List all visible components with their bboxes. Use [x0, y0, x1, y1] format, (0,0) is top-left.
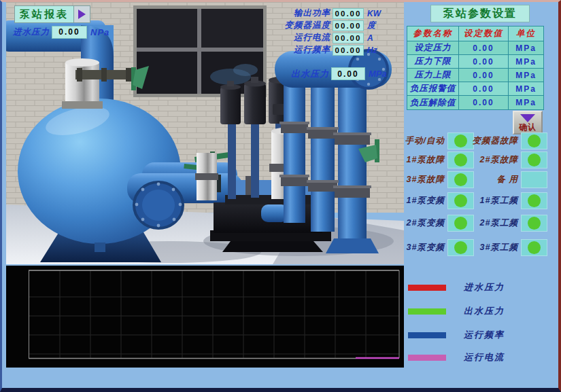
indicator-pump1-fault: 1#泵故障 — [403, 152, 474, 168]
indicator-pump2-vfd: 2#泵变频 — [403, 215, 474, 232]
legend-swatch — [408, 285, 446, 291]
led — [528, 194, 541, 207]
param-value[interactable]: 0.00 — [459, 41, 509, 55]
table-row: 压力下限 0.00 MPa — [407, 55, 543, 69]
indicator-manual-auto: 手动/自动 — [403, 132, 474, 149]
hmi-screen: 泵站报表 进水压力 0.00 NPa 输出功率 00.00 KW 变频器温度 0… — [0, 0, 561, 392]
inverter-temp-label: 变频器温度 — [249, 20, 330, 31]
legend-item-run-current: 运行电流 — [408, 353, 505, 361]
readout-run-frequency: 运行频率 00.00 Hz — [249, 44, 377, 56]
param-value[interactable]: 0.00 — [459, 69, 509, 82]
indicator-label: 备 用 — [497, 174, 518, 185]
param-name: 压力上限 — [407, 69, 459, 82]
param-value[interactable]: 0.00 — [459, 55, 509, 69]
legend-label: 运行频率 — [464, 329, 505, 341]
indicator-label: 2#泵故障 — [480, 154, 518, 166]
indicator-led-box — [447, 215, 474, 232]
run-current-value: 00.00 — [333, 33, 364, 43]
indicator-label: 2#泵变频 — [407, 217, 445, 229]
led — [454, 194, 467, 207]
readout-inverter-temp: 变频器温度 00.00 度 — [249, 20, 375, 31]
table-header-row: 参数名称 设定数值 单位 — [407, 26, 543, 41]
param-unit: MPa — [509, 96, 543, 109]
confirm-button-label: 确认 — [519, 123, 537, 131]
settings-panel-title-text: 泵站参数设置 — [443, 7, 517, 21]
indicator-vfd-fault: 变频器故障 — [476, 132, 547, 149]
led — [528, 154, 541, 166]
inverter-temp-unit: 度 — [367, 20, 375, 31]
legend-item-inlet-pressure: 进水压力 — [408, 283, 505, 291]
indicator-label: 3#泵工频 — [480, 242, 518, 253]
report-button[interactable]: 泵站报表 — [14, 5, 90, 23]
inverter-temp-value: 00.00 — [333, 20, 364, 31]
param-name: 设定压力 — [407, 41, 459, 55]
legend-item-outlet-pressure: 出水压力 — [408, 307, 505, 315]
inlet-pressure-unit: NPa — [90, 27, 109, 37]
led — [454, 173, 467, 186]
outlet-pressure-unit: MPa — [369, 69, 387, 79]
outlet-pressure-value: 0.00 — [331, 67, 365, 80]
param-name: 压力下限 — [407, 55, 459, 69]
col-header-param-name: 参数名称 — [407, 26, 459, 41]
pump-station-3d-scene: 泵站报表 进水压力 0.00 NPa 输出功率 00.00 KW 变频器温度 0… — [6, 2, 404, 264]
led — [528, 135, 541, 147]
table-row: 设定压力 0.00 MPa — [407, 41, 543, 55]
param-name: 负压解除值 — [407, 96, 459, 109]
play-icon[interactable] — [74, 5, 90, 23]
legend-item-run-frequency: 运行频率 — [408, 331, 505, 339]
indicator-led-box — [447, 132, 474, 149]
settings-panel-title: 泵站参数设置 — [430, 5, 530, 22]
legend-label: 运行电流 — [464, 351, 505, 363]
param-value[interactable]: 0.00 — [459, 96, 509, 109]
led — [454, 217, 467, 230]
trend-chart — [6, 266, 404, 368]
run-frequency-unit: Hz — [367, 46, 377, 55]
readout-run-current: 运行电流 00.00 A — [249, 32, 373, 43]
indicator-pump1-mains: 1#泵工频 — [476, 192, 547, 209]
indicator-label: 1#泵变频 — [407, 195, 445, 207]
run-current-label: 运行电流 — [249, 32, 330, 43]
indicator-pump2-fault: 2#泵故障 — [476, 152, 547, 168]
table-row: 负压报警值 0.00 MPa — [407, 82, 543, 96]
param-name: 负压报警值 — [407, 82, 459, 96]
led — [528, 241, 541, 254]
output-power-label: 输出功率 — [249, 7, 330, 19]
led — [454, 241, 467, 254]
indicator-pump3-fault: 3#泵故障 — [403, 171, 474, 188]
indicator-label: 1#泵故障 — [407, 154, 445, 166]
report-button-label[interactable]: 泵站报表 — [14, 5, 74, 23]
indicator-led-box — [521, 152, 547, 168]
indicator-led-box — [447, 152, 474, 168]
outlet-pressure-label: 出水压力 — [249, 68, 329, 80]
indicator-led-box — [521, 239, 547, 256]
indicator-label: 3#泵变频 — [407, 242, 445, 253]
inlet-pressure-value: 0.00 — [52, 26, 87, 39]
indicator-pump3-mains: 3#泵工频 — [476, 239, 547, 256]
led — [454, 154, 467, 166]
inlet-pressure-label: 进水压力 — [13, 26, 50, 38]
outlet-pressure-readout: 出水压力 0.00 MPa — [249, 67, 387, 80]
confirm-button[interactable]: 确认 — [513, 111, 543, 135]
param-unit: MPa — [509, 69, 543, 82]
trend-chart-grid — [6, 266, 404, 368]
run-frequency-value: 00.00 — [333, 45, 364, 56]
param-value[interactable]: 0.00 — [459, 82, 509, 96]
led — [528, 217, 541, 230]
indicator-led-box — [521, 215, 547, 232]
indicator-led-box — [447, 239, 474, 256]
legend-swatch — [408, 308, 446, 315]
indicator-spare: 备 用 — [476, 171, 547, 188]
confirm-triangle-icon — [520, 114, 535, 122]
indicator-led-box — [521, 171, 547, 188]
indicator-led-box — [521, 192, 547, 209]
indicator-label: 3#泵故障 — [407, 174, 445, 185]
indicator-led-box — [447, 171, 474, 188]
indicator-label: 变频器故障 — [473, 135, 519, 147]
indicator-pump2-mains: 2#泵工频 — [476, 215, 547, 232]
col-header-unit: 单位 — [509, 26, 543, 41]
table-row: 负压解除值 0.00 MPa — [407, 96, 543, 109]
readout-output-power: 输出功率 00.00 KW — [249, 7, 381, 19]
run-frequency-label: 运行频率 — [249, 44, 330, 56]
table-row: 压力上限 0.00 MPa — [407, 69, 543, 82]
indicator-led-box — [521, 132, 547, 149]
